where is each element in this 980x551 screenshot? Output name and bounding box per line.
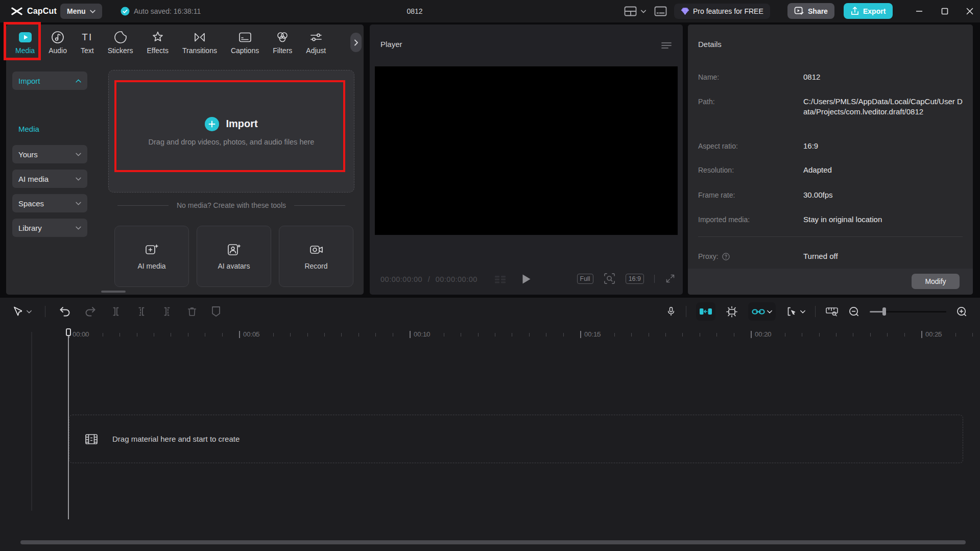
detail-value-name: 0812 xyxy=(803,72,964,82)
sidebar-item-import[interactable]: Import xyxy=(12,71,87,90)
sidebar-item-label: Yours xyxy=(18,150,38,159)
fullscreen-icon[interactable] xyxy=(665,273,676,284)
quality-selector[interactable]: Full xyxy=(577,274,593,284)
pro-diamond-icon xyxy=(681,7,689,15)
frame-grid-icon[interactable] xyxy=(495,276,506,283)
split-clip-icon[interactable] xyxy=(110,306,122,317)
ai-avatars-card[interactable]: AI avatars xyxy=(197,226,271,287)
sidebar-scroll-indicator[interactable] xyxy=(101,291,126,293)
mark-icon[interactable] xyxy=(211,306,221,317)
timeline-toolbar xyxy=(0,298,980,325)
tab-effects[interactable]: Effects xyxy=(147,31,169,55)
tab-captions[interactable]: Captions xyxy=(231,31,259,55)
delete-icon[interactable] xyxy=(186,306,198,317)
player-menu-icon[interactable] xyxy=(661,42,672,49)
dropzone-text: Drag material here and start to create xyxy=(112,435,240,443)
pro-features-button[interactable]: Pro features for FREE xyxy=(674,4,770,19)
sidebar-item-ai-media[interactable]: AI media xyxy=(12,170,87,188)
video-preview[interactable] xyxy=(375,66,678,235)
maximize-button[interactable] xyxy=(937,4,952,19)
aspect-ratio-selector[interactable]: 16:9 xyxy=(626,274,644,284)
effects-icon xyxy=(151,31,164,44)
minimize-button[interactable] xyxy=(912,4,927,19)
player-title: Player xyxy=(380,40,402,49)
tab-transitions[interactable]: Transitions xyxy=(182,31,217,55)
tab-audio[interactable]: Audio xyxy=(49,31,67,55)
select-tool-button[interactable] xyxy=(13,306,32,317)
menu-label: Menu xyxy=(67,7,86,15)
chevron-down-icon[interactable] xyxy=(641,10,646,13)
tab-text[interactable]: TI Text xyxy=(81,31,94,55)
export-icon xyxy=(851,7,859,15)
layout-switcher xyxy=(624,0,667,22)
tab-label: Media xyxy=(15,46,35,55)
modify-button[interactable]: Modify xyxy=(912,274,960,289)
tab-adjust[interactable]: Adjust xyxy=(306,31,326,55)
detail-label: Imported media: xyxy=(698,215,750,224)
chevron-down-icon xyxy=(76,177,81,181)
card-label: Record xyxy=(304,262,327,270)
timeline-dropzone[interactable]: Drag material here and start to create xyxy=(69,415,963,463)
slider-handle[interactable] xyxy=(882,307,886,316)
preview-frames-icon[interactable] xyxy=(725,305,738,318)
detail-value-imported-media: Stay in original location xyxy=(803,214,964,225)
sidebar-item-media[interactable]: Media xyxy=(18,125,39,133)
redo-button[interactable] xyxy=(84,306,97,317)
divider xyxy=(294,205,345,206)
card-label: AI avatars xyxy=(218,262,250,270)
ai-media-icon xyxy=(145,243,159,256)
sidebar-item-spaces[interactable]: Spaces xyxy=(12,194,87,212)
fit-timeline-icon[interactable] xyxy=(825,305,839,318)
trim-right-icon[interactable] xyxy=(161,306,173,317)
export-button[interactable]: Export xyxy=(844,3,893,19)
caption-panel-icon[interactable] xyxy=(654,6,667,16)
autosave-text: Auto saved: 16:38:11 xyxy=(134,7,201,15)
playhead-head[interactable] xyxy=(66,328,71,336)
import-dropzone[interactable]: Import Drag and drop videos, photos, and… xyxy=(108,70,354,193)
record-card[interactable]: Record xyxy=(279,226,353,287)
zoom-out-icon[interactable] xyxy=(848,306,860,318)
topbar: CapCut Menu Auto saved: 16:38:11 0812 xyxy=(0,0,980,22)
tab-label: Filters xyxy=(273,46,292,55)
capcut-logo: CapCut xyxy=(11,0,57,22)
auto-select-mode-button[interactable] xyxy=(785,306,805,317)
tabstrip-expand-button[interactable] xyxy=(350,33,362,52)
menu-button[interactable]: Menu xyxy=(60,4,102,19)
media-icon xyxy=(18,31,32,44)
undo-button[interactable] xyxy=(59,306,71,317)
tab-label: Stickers xyxy=(108,46,133,55)
track-separator xyxy=(31,332,32,511)
help-icon[interactable] xyxy=(722,253,730,260)
detail-value-aspect-ratio: 16:9 xyxy=(803,141,964,151)
link-clips-button[interactable] xyxy=(748,302,776,321)
detail-value-frame-rate: 30.00fps xyxy=(803,190,964,200)
share-button[interactable]: Share xyxy=(787,3,834,19)
adjust-icon xyxy=(309,31,323,44)
player-header: Player xyxy=(370,25,683,57)
ai-media-card[interactable]: AI media xyxy=(114,226,189,287)
close-button[interactable] xyxy=(962,4,977,19)
layout-panels-icon[interactable] xyxy=(624,6,637,16)
focus-zoom-icon[interactable] xyxy=(604,273,615,284)
trim-left-icon[interactable] xyxy=(135,306,148,317)
horizontal-scrollbar[interactable] xyxy=(20,540,966,544)
voiceover-mic-icon[interactable] xyxy=(666,305,676,318)
export-label: Export xyxy=(863,7,886,15)
tab-stickers[interactable]: Stickers xyxy=(108,31,133,55)
tab-filters[interactable]: Filters xyxy=(273,31,292,55)
timeline-zoom-slider[interactable] xyxy=(870,307,946,316)
pro-label: Pro features for FREE xyxy=(693,7,763,15)
timeline-section: 00:0000:0500:1000:1500:2000:25 Drag mate… xyxy=(0,298,980,551)
details-footer: Modify xyxy=(688,269,973,295)
play-button[interactable] xyxy=(522,274,531,284)
tab-media[interactable]: Media xyxy=(15,31,35,55)
autosave-check-icon xyxy=(121,7,130,16)
audio-icon xyxy=(51,31,64,44)
app-name: CapCut xyxy=(27,7,57,16)
snap-magnet-button[interactable] xyxy=(696,302,715,321)
sidebar-item-library[interactable]: Library xyxy=(12,219,87,237)
timeline-ruler[interactable]: 00:0000:0500:1000:1500:2000:25 xyxy=(0,329,980,342)
total-duration: 00:00:00:00 xyxy=(436,275,477,283)
sidebar-item-yours[interactable]: Yours xyxy=(12,145,87,163)
zoom-in-icon[interactable] xyxy=(956,306,968,318)
